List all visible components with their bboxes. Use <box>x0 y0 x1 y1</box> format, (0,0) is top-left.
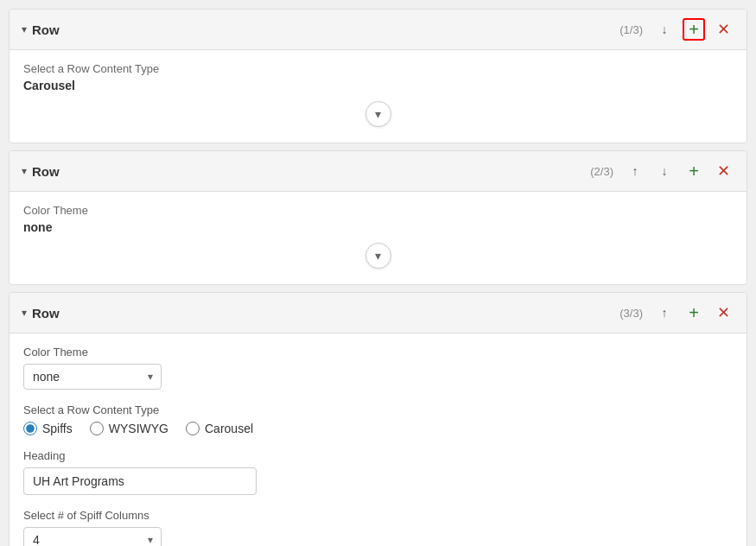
row-panel-3: ▾ Row (3/3) ↑ + ✕ Color Theme none light… <box>9 292 747 546</box>
heading-group-3: Heading <box>23 449 733 495</box>
row-title-area-1: ▾ Row <box>22 22 619 37</box>
spiff-columns-group-3: Select # of Spiff Columns 1 2 3 4 5 6 <box>23 509 733 546</box>
radio-carousel[interactable]: Carousel <box>186 422 253 435</box>
row-header-1: ▾ Row (1/3) ↓ + ✕ <box>10 10 746 50</box>
radio-input-carousel[interactable] <box>186 422 200 435</box>
collapse-icon-1[interactable]: ▾ <box>22 23 27 35</box>
move-down-button-2[interactable]: ↓ <box>653 160 676 182</box>
row-counter-3: (3/3) <box>619 307 643 320</box>
remove-button-2[interactable]: ✕ <box>712 160 734 182</box>
color-theme-value-2: none <box>23 220 733 234</box>
radio-input-spiffs[interactable] <box>23 422 37 435</box>
radio-label-wysiwyg: WYSIWYG <box>109 422 168 435</box>
color-theme-select-wrapper-3: none light dark <box>23 364 162 390</box>
radio-label-carousel: Carousel <box>205 422 253 435</box>
row-body-1: Select a Row Content Type Carousel ▾ <box>10 50 746 143</box>
row-header-3: ▾ Row (3/3) ↑ + ✕ <box>10 293 746 333</box>
row-header-2: ▾ Row (2/3) ↑ ↓ + ✕ <box>10 151 746 192</box>
add-button-3[interactable]: + <box>683 302 705 324</box>
move-up-button-2[interactable]: ↑ <box>624 160 646 182</box>
color-theme-select-3[interactable]: none light dark <box>23 364 162 390</box>
add-button-2[interactable]: + <box>683 160 705 182</box>
color-theme-label-2: Color Theme <box>23 204 733 217</box>
row-panel-1: ▾ Row (1/3) ↓ + ✕ Select a Row Content T… <box>9 9 747 143</box>
move-down-button-1[interactable]: ↓ <box>653 18 676 41</box>
spiff-columns-select-3[interactable]: 1 2 3 4 5 6 <box>23 527 162 546</box>
content-type-value-1: Carousel <box>23 79 733 92</box>
row-counter-2: (2/3) <box>590 165 613 178</box>
spiff-columns-select-wrapper-3: 1 2 3 4 5 6 <box>23 527 162 546</box>
row-body-2: Color Theme none ▾ <box>10 192 746 284</box>
row-title-area-2: ▾ Row <box>22 164 590 179</box>
radio-wysiwyg[interactable]: WYSIWYG <box>90 422 168 435</box>
row-title-area-3: ▾ Row <box>22 306 619 321</box>
color-theme-group-3: Color Theme none light dark <box>23 346 733 390</box>
remove-button-3[interactable]: ✕ <box>712 302 734 324</box>
radio-group-3: Spiffs WYSIWYG Carousel <box>23 422 733 435</box>
add-button-1[interactable]: + <box>683 18 705 41</box>
row-counter-1: (1/3) <box>619 23 643 36</box>
row-panel-2: ▾ Row (2/3) ↑ ↓ + ✕ Color Theme none ▾ <box>9 150 747 285</box>
expand-toggle-1: ▾ <box>23 101 733 127</box>
row-actions-1: ↓ + ✕ <box>653 18 734 41</box>
heading-label-3: Heading <box>23 449 733 462</box>
content-type-label-1: Select a Row Content Type <box>23 62 733 75</box>
spiff-columns-label-3: Select # of Spiff Columns <box>23 509 733 522</box>
move-up-button-3[interactable]: ↑ <box>653 302 676 324</box>
collapse-icon-2[interactable]: ▾ <box>22 165 27 177</box>
row-body-3: Color Theme none light dark Select a Row… <box>10 333 746 546</box>
radio-spiffs[interactable]: Spiffs <box>23 422 73 435</box>
expand-toggle-2: ▾ <box>23 243 733 269</box>
content-type-group-3: Select a Row Content Type Spiffs WYSIWYG… <box>23 403 733 435</box>
remove-button-1[interactable]: ✕ <box>712 18 734 41</box>
radio-input-wysiwyg[interactable] <box>90 422 104 435</box>
row-actions-3: ↑ + ✕ <box>653 302 734 324</box>
row-title-3: Row <box>32 306 60 321</box>
expand-button-1[interactable]: ▾ <box>365 101 391 127</box>
heading-input-3[interactable] <box>23 467 257 495</box>
collapse-icon-3[interactable]: ▾ <box>22 307 27 319</box>
row-title-1: Row <box>32 22 60 37</box>
expand-button-2[interactable]: ▾ <box>365 243 391 269</box>
row-actions-2: ↑ ↓ + ✕ <box>624 160 734 182</box>
row-title-2: Row <box>32 164 60 179</box>
content-type-label-3: Select a Row Content Type <box>23 403 733 416</box>
color-theme-label-3: Color Theme <box>23 346 733 359</box>
radio-label-spiffs: Spiffs <box>42 422 73 435</box>
